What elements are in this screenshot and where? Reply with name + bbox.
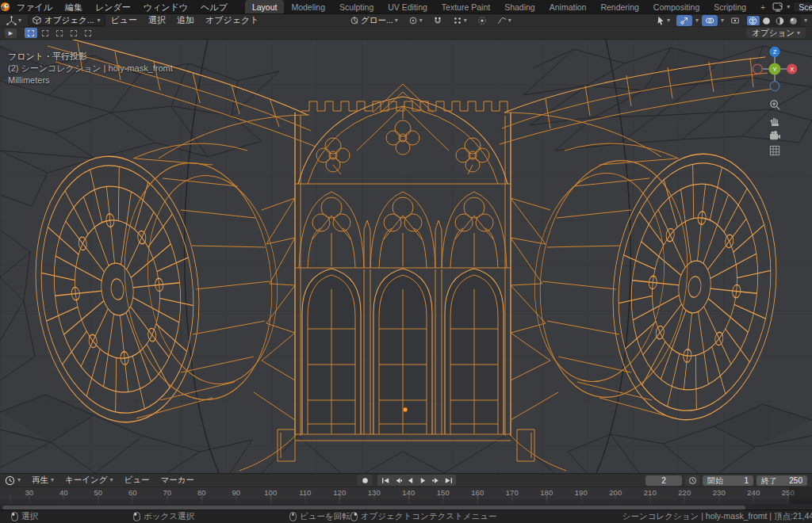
- timeline-menu-item[interactable]: 再生 ▾: [26, 475, 59, 486]
- magnet-icon: [433, 16, 442, 25]
- timeline-editor-type-button[interactable]: ▾: [0, 475, 26, 486]
- workspace-tab[interactable]: Compositing: [646, 0, 707, 13]
- select-mode-subtract-button[interactable]: [53, 28, 66, 38]
- orientation-label: グロー...: [361, 15, 393, 26]
- pan-hand-icon[interactable]: [769, 115, 781, 127]
- keymap-hint: オブジェクトコンテクストメニュー: [350, 511, 497, 522]
- workspace-tab[interactable]: Rendering: [593, 0, 645, 13]
- frame-start-field[interactable]: 開始 1: [703, 475, 753, 486]
- camera-view-icon[interactable]: [769, 131, 781, 141]
- auto-keying-record-button[interactable]: [357, 475, 373, 486]
- status-bar: 選択 ボックス選択: [0, 510, 812, 523]
- current-frame-field[interactable]: 2: [645, 475, 682, 486]
- workspace-tab[interactable]: UV Editing: [381, 0, 435, 13]
- topbar-menu-item[interactable]: ウィンドウ: [137, 0, 194, 14]
- proportional-edit-toggle[interactable]: [474, 15, 490, 26]
- timeline-header: ▾ 再生 ▾ キーイング ▾ ビュー ▾ マーカ: [0, 474, 812, 487]
- viewport-menu-item[interactable]: ビュー: [105, 14, 144, 26]
- jump-to-end-button[interactable]: [442, 475, 454, 485]
- snap-toggle[interactable]: [430, 15, 446, 26]
- show-object-types-dropdown[interactable]: ▾: [653, 15, 673, 26]
- keymap-hint: 選択: [11, 511, 38, 522]
- workspace-tab[interactable]: Texture Paint: [435, 0, 497, 13]
- timeline-menu-item[interactable]: マーカー ▾: [155, 475, 201, 486]
- start-value: 1: [744, 476, 749, 485]
- select-mode-intersect-button[interactable]: [82, 28, 94, 38]
- workspace-tab[interactable]: Sculpting: [332, 0, 381, 13]
- select-mode-set-button[interactable]: [25, 28, 37, 38]
- prev-keyframe-button[interactable]: [392, 475, 404, 485]
- shading-solid-button[interactable]: [760, 16, 773, 25]
- viewport-menu-item[interactable]: 選択: [143, 14, 171, 26]
- viewport-menu-item[interactable]: 追加: [171, 14, 200, 26]
- shading-rendered-button[interactable]: [787, 16, 800, 25]
- shading-dropdown[interactable]: ▾: [804, 17, 807, 24]
- wireframe-scene: [0, 40, 812, 473]
- scene-icon[interactable]: [772, 2, 783, 12]
- keymap-hint-label: ビューを回転: [300, 511, 350, 522]
- keymap-hint-label: ボックス選択: [144, 511, 194, 522]
- mouse-icon: [11, 512, 18, 521]
- solid-shading-icon: [762, 17, 771, 25]
- gizmos-toggle[interactable]: [676, 15, 692, 26]
- play-button[interactable]: [417, 475, 429, 485]
- scene-name: Scene: [799, 2, 812, 12]
- mode-selector[interactable]: オブジェク... ▾: [28, 15, 105, 26]
- editor-type-button[interactable]: ▾: [3, 15, 25, 26]
- clock-icon: [5, 475, 15, 486]
- workspace-tab[interactable]: Modeling: [284, 0, 332, 13]
- workspace-tab[interactable]: Scripting: [707, 0, 753, 13]
- preview-range-button[interactable]: [685, 475, 699, 486]
- chevron-down-icon: ▾: [51, 477, 54, 483]
- options-dropdown[interactable]: オプション ▾: [746, 28, 806, 38]
- transform-orientation-dropdown[interactable]: グロー... ▾: [347, 15, 401, 26]
- scene-selector[interactable]: Scene: [793, 2, 812, 13]
- 3d-viewport[interactable]: フロント・平行投影 (2) シーンコレクション | holy-mask_from…: [0, 40, 812, 473]
- toolbar-expand-button[interactable]: ▶: [5, 29, 17, 38]
- shading-mode-group: [746, 15, 801, 26]
- workspace-tab[interactable]: Shading: [497, 0, 542, 13]
- play-reverse-button[interactable]: [404, 475, 416, 485]
- gizmos-dropdown[interactable]: ▾: [695, 17, 699, 24]
- timeline-ruler[interactable]: 3040506070809010011012013014015016017018…: [0, 487, 812, 499]
- overlays-toggle[interactable]: [702, 15, 718, 26]
- chevron-down-icon: ▾: [464, 17, 467, 24]
- xray-toggle[interactable]: [727, 15, 743, 26]
- workspace-tab[interactable]: +: [753, 0, 772, 13]
- navigation-axis-gizmo[interactable]: Z X Y: [749, 43, 801, 95]
- pivot-point-dropdown[interactable]: ▾: [405, 15, 426, 26]
- workspace-tab[interactable]: Animation: [542, 0, 594, 13]
- timeline-menu-item[interactable]: キーイング ▾: [59, 475, 119, 486]
- falloff-curve-icon: [497, 16, 507, 25]
- workspace-tab[interactable]: Layout: [245, 0, 285, 13]
- jump-to-start-button[interactable]: [379, 475, 391, 485]
- proportional-falloff-dropdown[interactable]: ▾: [494, 15, 515, 26]
- next-keyframe-button[interactable]: [430, 475, 442, 485]
- topbar-menu-item[interactable]: ヘルプ: [194, 0, 234, 14]
- viewport-menu-item[interactable]: オブジェクト: [200, 14, 265, 26]
- chevron-down-icon: ▾: [797, 30, 800, 36]
- orthographic-grid-icon[interactable]: [769, 145, 780, 156]
- select-mode-extend-button[interactable]: [39, 28, 52, 38]
- shading-wireframe-button[interactable]: [747, 16, 760, 25]
- timeline-menu-item[interactable]: ビュー ▾: [119, 475, 155, 486]
- topbar-menu-item[interactable]: 編集: [59, 0, 89, 14]
- material-shading-icon: [776, 17, 784, 25]
- scrollbar-thumb[interactable]: [2, 506, 745, 510]
- object-origin-dot[interactable]: [403, 407, 408, 412]
- topbar-menu-item[interactable]: ファイル: [10, 0, 59, 14]
- topbar-menu-item[interactable]: レンダー: [89, 0, 137, 14]
- snap-settings-dropdown[interactable]: ▾: [450, 15, 470, 26]
- overlays-dropdown[interactable]: ▾: [721, 17, 724, 24]
- statusbar-stats: シーンコレクション | holy-mask_fromt | 頂点:21,444: [622, 511, 812, 522]
- playback-controls: [357, 475, 456, 486]
- shading-material-button[interactable]: [774, 16, 787, 25]
- frame-end-field[interactable]: 終了 250: [756, 475, 807, 486]
- chevron-down-icon[interactable]: ▾: [787, 4, 790, 10]
- zoom-icon[interactable]: [769, 99, 781, 111]
- select-mode-invert-button[interactable]: [67, 28, 80, 38]
- wireframe-shading-icon: [749, 17, 757, 25]
- topbar: ファイル編集レンダーウィンドウヘルプ LayoutModelingSculpti…: [0, 0, 812, 14]
- chevron-down-icon: ▾: [18, 17, 21, 24]
- blender-logo-icon[interactable]: [0, 2, 10, 12]
